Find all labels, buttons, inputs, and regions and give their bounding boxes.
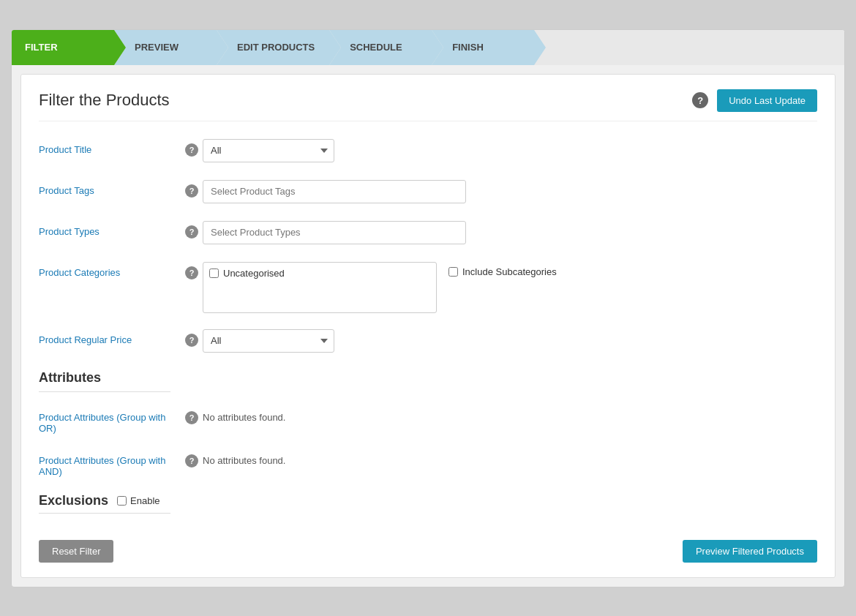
- product-types-row: Product Types ?: [39, 221, 817, 246]
- product-types-help: ?: [185, 221, 203, 238]
- exclusions-enable-wrap: Enable: [117, 495, 159, 506]
- product-categories-help-icon[interactable]: ?: [185, 266, 198, 279]
- wizard-step-edit-products-label: EDIT PRODUCTS: [237, 42, 315, 53]
- include-subcategories-checkbox[interactable]: [448, 267, 458, 277]
- product-attributes-or-control: No attributes found.: [203, 407, 817, 423]
- include-subcategories-wrap: Include Subcategories: [448, 262, 557, 277]
- product-tags-label: Product Tags: [39, 180, 185, 196]
- exclusions-title: Exclusions: [39, 493, 108, 508]
- product-categories-label: Product Categories: [39, 262, 185, 278]
- product-title-help-icon[interactable]: ?: [185, 143, 198, 157]
- footer-row: Reset Filter Preview Filtered Products: [39, 531, 817, 563]
- product-types-help-icon[interactable]: ?: [185, 225, 198, 238]
- product-categories-control: Uncategorised Include Subcategories: [203, 262, 817, 313]
- categories-listbox[interactable]: Uncategorised: [203, 262, 437, 313]
- product-types-control: [203, 221, 817, 244]
- exclusions-enable-checkbox[interactable]: [117, 496, 127, 506]
- wizard-step-schedule-label: SCHEDULE: [350, 42, 402, 53]
- category-uncategorised-label: Uncategorised: [223, 268, 285, 279]
- attributes-section-heading: Attributes: [39, 370, 817, 386]
- product-attributes-or-row: Product Attributes (Group with OR) ? No …: [39, 407, 817, 434]
- exclusions-header: Exclusions Enable: [39, 493, 817, 508]
- product-attributes-and-value: No attributes found.: [203, 450, 285, 466]
- product-regular-price-select[interactable]: All: [203, 329, 334, 353]
- product-tags-help: ?: [185, 180, 203, 198]
- wizard-steps: FILTER PREVIEW EDIT PRODUCTS SCHEDULE FI…: [12, 30, 844, 65]
- product-categories-help: ?: [185, 262, 203, 279]
- product-title-control: All: [203, 139, 817, 162]
- product-attributes-or-help: ?: [185, 407, 203, 424]
- product-regular-price-control: All: [203, 329, 817, 353]
- product-attributes-or-value: No attributes found.: [203, 407, 285, 423]
- wizard-step-finish[interactable]: FINISH: [432, 30, 534, 65]
- product-tags-row: Product Tags ?: [39, 180, 817, 205]
- preview-filtered-products-button[interactable]: Preview Filtered Products: [683, 540, 817, 563]
- product-attributes-or-help-icon[interactable]: ?: [185, 411, 198, 424]
- wizard-step-finish-label: FINISH: [452, 42, 484, 53]
- reset-filter-button[interactable]: Reset Filter: [39, 540, 113, 563]
- content-area: Filter the Products ? Undo Last Update P…: [20, 74, 836, 578]
- exclusions-enable-label: Enable: [130, 495, 159, 506]
- product-regular-price-help-icon[interactable]: ?: [185, 334, 198, 347]
- product-title-select[interactable]: All: [203, 139, 334, 162]
- product-regular-price-row: Product Regular Price ? All: [39, 329, 817, 354]
- product-regular-price-label: Product Regular Price: [39, 329, 185, 345]
- exclusions-section: Exclusions Enable: [39, 493, 817, 514]
- wizard-step-schedule[interactable]: SCHEDULE: [329, 30, 432, 65]
- product-attributes-and-control: No attributes found.: [203, 450, 817, 466]
- product-title-row: Product Title ? All: [39, 139, 817, 164]
- product-tags-input[interactable]: [203, 180, 466, 203]
- include-subcategories-label: Include Subcategories: [462, 266, 557, 277]
- product-attributes-or-label: Product Attributes (Group with OR): [39, 407, 185, 434]
- product-tags-control: [203, 180, 817, 203]
- wizard-step-edit-products[interactable]: EDIT PRODUCTS: [217, 30, 329, 65]
- header-right: ? Undo Last Update: [692, 89, 817, 112]
- product-categories-row: Product Categories ? Uncategorised Inclu…: [39, 262, 817, 313]
- product-title-label: Product Title: [39, 139, 185, 155]
- wizard-step-preview[interactable]: PREVIEW: [114, 30, 217, 65]
- product-types-input[interactable]: [203, 221, 466, 244]
- product-title-help: ?: [185, 139, 203, 157]
- product-tags-help-icon[interactable]: ?: [185, 184, 198, 198]
- product-attributes-and-label: Product Attributes (Group with AND): [39, 450, 185, 477]
- product-attributes-and-help-icon[interactable]: ?: [185, 454, 198, 467]
- attributes-divider: [39, 391, 170, 392]
- wizard-step-filter[interactable]: FILTER: [12, 30, 114, 65]
- product-attributes-and-help: ?: [185, 450, 203, 467]
- page-title: Filter the Products: [39, 91, 170, 110]
- exclusions-divider: [39, 513, 170, 514]
- undo-button[interactable]: Undo Last Update: [717, 89, 817, 112]
- wizard-step-preview-label: PREVIEW: [135, 42, 179, 53]
- content-header: Filter the Products ? Undo Last Update: [39, 89, 817, 121]
- product-types-label: Product Types: [39, 221, 185, 237]
- category-uncategorised-checkbox[interactable]: [209, 268, 219, 278]
- product-attributes-and-row: Product Attributes (Group with AND) ? No…: [39, 450, 817, 477]
- help-icon[interactable]: ?: [692, 92, 708, 108]
- wizard-step-filter-label: FILTER: [25, 42, 58, 53]
- category-uncategorised: Uncategorised: [206, 266, 433, 281]
- product-regular-price-help: ?: [185, 329, 203, 347]
